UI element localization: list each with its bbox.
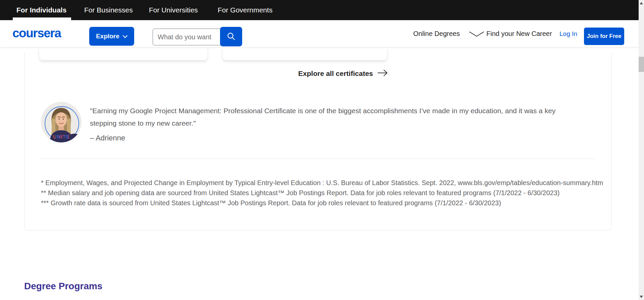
scrollbar-thumb[interactable] <box>639 57 644 72</box>
nav-item-for-businesses[interactable]: For Businesses <box>84 0 133 20</box>
chevron-down-icon[interactable] <box>469 31 484 38</box>
find-career-link[interactable]: Find your New Career <box>486 20 552 47</box>
login-link[interactable]: Log In <box>559 20 577 47</box>
explore-all-certificates-label: Explore all certificates <box>298 70 373 78</box>
explore-button-label: Explore <box>96 33 119 40</box>
search-input[interactable] <box>153 29 224 45</box>
quote-line-1: "Earning my Google Project Management: P… <box>90 104 555 117</box>
arrow-right-icon <box>377 69 388 78</box>
testimonial-quote: "Earning my Google Project Management: P… <box>90 104 555 129</box>
coursera-page: For Individuals For Businesses For Unive… <box>0 0 644 300</box>
scroll-down-icon[interactable] <box>640 296 643 298</box>
vertical-scrollbar[interactable] <box>639 0 644 300</box>
footnote-line: ** Median salary and job opening data ar… <box>41 188 604 198</box>
nav-item-for-governments[interactable]: For Governments <box>218 0 272 20</box>
join-for-free-button[interactable]: Join for Free <box>584 28 624 45</box>
active-tab-indicator <box>13 17 71 20</box>
footnote-line: * Employment, Wages, and Projected Chang… <box>41 178 604 188</box>
testimonial-attribution: – Adrienne <box>90 134 125 142</box>
degree-programs-heading: Degree Programs <box>24 281 102 292</box>
nav-item-for-individuals[interactable]: For Individuals <box>16 0 66 20</box>
explore-all-certificates-link[interactable]: Explore all certificates <box>298 69 388 78</box>
online-degrees-menu[interactable]: Online Degrees <box>413 20 460 47</box>
avatar-shirt-text: UNITE <box>53 134 70 139</box>
nav-item-for-universities[interactable]: For Universities <box>149 0 198 20</box>
meta-nav-bar: For Individuals For Businesses For Unive… <box>0 0 639 20</box>
section-divider <box>41 159 595 159</box>
coursera-logo[interactable]: coursera <box>12 26 61 40</box>
site-header: coursera Explore Online Degrees Find you… <box>0 20 639 47</box>
footnote-line: *** Growth rate data is sourced from Uni… <box>41 198 604 208</box>
scroll-up-icon[interactable] <box>640 2 643 4</box>
testimonial-avatar: UNITE <box>41 102 82 142</box>
search-button[interactable] <box>220 27 242 46</box>
certificate-card[interactable] <box>39 47 207 60</box>
certificate-card[interactable] <box>223 47 387 60</box>
explore-button[interactable]: Explore <box>89 27 134 46</box>
footnotes-block: * Employment, Wages, and Projected Chang… <box>41 178 604 208</box>
chevron-down-icon <box>123 33 127 40</box>
search-icon <box>227 32 235 42</box>
quote-line-2: stepping stone to my new career." <box>90 117 555 129</box>
